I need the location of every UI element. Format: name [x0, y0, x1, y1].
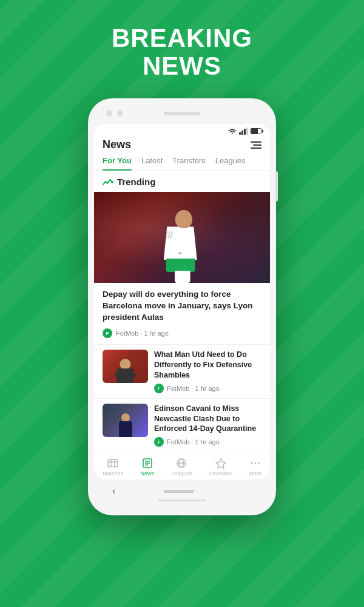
leagues-icon [175, 457, 187, 469]
tab-for-you[interactable]: For You [103, 156, 132, 170]
tab-transfers[interactable]: Transfers [172, 156, 205, 170]
svg-point-0 [111, 181, 113, 183]
phone-screen: News For You Latest Transfers [94, 124, 270, 480]
favorites-icon [215, 457, 227, 469]
secondary-image-2 [103, 404, 148, 437]
tab-leagues[interactable]: Leagues [215, 156, 246, 170]
back-arrow[interactable]: ‹ [112, 486, 115, 497]
nav-leagues-label: Leagues [171, 470, 192, 476]
trending-header: Trending [94, 171, 270, 192]
phone-bottom-bar: ‹ [94, 480, 270, 500]
secondary-headline-2: Edinson Cavani to Miss Newcastle Clash D… [154, 404, 261, 435]
svg-marker-12 [216, 459, 226, 468]
svg-point-13 [251, 463, 252, 464]
main-article[interactable]: Depay will do everything to force Barcel… [94, 283, 270, 344]
front-sensor [117, 110, 123, 117]
secondary-image-1 [103, 350, 148, 383]
nav-matches-label: Matches [103, 470, 123, 476]
nav-favorites-label: Favorites [209, 470, 232, 476]
svg-point-14 [254, 463, 256, 464]
home-indicator [164, 490, 194, 493]
scroll-indicator [158, 500, 206, 501]
secondary-headline-1: What Man Utd Need to Do Differently to F… [154, 350, 261, 381]
phone-side-button [275, 171, 278, 202]
news-icon [141, 457, 153, 469]
phone-wrapper: News For You Latest Transfers [88, 98, 276, 515]
nav-news-label: News [140, 470, 154, 476]
svg-rect-1 [108, 459, 118, 467]
player-figure: H [94, 192, 270, 283]
nav-more[interactable]: More [249, 457, 261, 476]
status-icons [228, 127, 261, 135]
filter-button[interactable] [251, 141, 261, 149]
phone-cameras [106, 110, 123, 117]
main-article-image[interactable]: H [94, 192, 270, 283]
trending-icon [103, 177, 113, 187]
nav-leagues[interactable]: Leagues [171, 457, 192, 476]
main-article-source: FotMob · 1 hr ago [116, 330, 169, 337]
signal-bars-icon [239, 127, 248, 135]
more-icon [249, 457, 261, 469]
nav-more-label: More [249, 470, 261, 476]
app-header: News [94, 136, 270, 156]
main-article-headline: Depay will do everything to force Barcel… [94, 283, 270, 326]
tab-bar: For You Latest Transfers Leagues [94, 156, 270, 171]
secondary-source-2: FotMob · 1 hr ago [167, 438, 220, 446]
breaking-line1: BREAKING [112, 24, 252, 52]
tab-latest[interactable]: Latest [141, 156, 163, 170]
secondary-article-2-content: Edinson Cavani to Miss Newcastle Clash D… [154, 404, 261, 447]
fotmob-logo-main: F [103, 328, 112, 338]
fotmob-logo-3: F [154, 437, 164, 447]
secondary-meta-2: F FotMob · 1 hr ago [154, 437, 261, 447]
front-camera [106, 110, 112, 117]
secondary-article-1-content: What Man Utd Need to Do Differently to F… [154, 350, 261, 393]
bottom-nav: Matches News [94, 452, 270, 480]
phone-top-bar [94, 110, 270, 124]
phone-device: News For You Latest Transfers [88, 98, 276, 515]
main-article-meta: F FotMob · 1 hr ago [94, 326, 270, 344]
nav-matches[interactable]: Matches [103, 457, 123, 476]
fotmob-logo-2: F [154, 384, 164, 393]
nav-news[interactable]: News [140, 457, 154, 476]
trending-title: Trending [117, 177, 155, 187]
secondary-source-1: FotMob · 1 hr ago [167, 385, 220, 392]
page-header: BREAKING NEWS [112, 24, 252, 80]
wifi-icon [228, 128, 237, 135]
app-title: News [103, 138, 131, 151]
status-bar [94, 124, 270, 136]
matches-icon [107, 457, 119, 469]
breaking-line2: NEWS [112, 52, 252, 80]
battery-icon [251, 128, 261, 134]
phone-speaker [164, 112, 200, 115]
svg-point-15 [258, 463, 260, 464]
secondary-article-2[interactable]: Edinson Cavani to Miss Newcastle Clash D… [94, 398, 270, 452]
secondary-article-1[interactable]: What Man Utd Need to Do Differently to F… [94, 344, 270, 398]
nav-favorites[interactable]: Favorites [209, 457, 232, 476]
secondary-meta-1: F FotMob · 1 hr ago [154, 384, 261, 393]
